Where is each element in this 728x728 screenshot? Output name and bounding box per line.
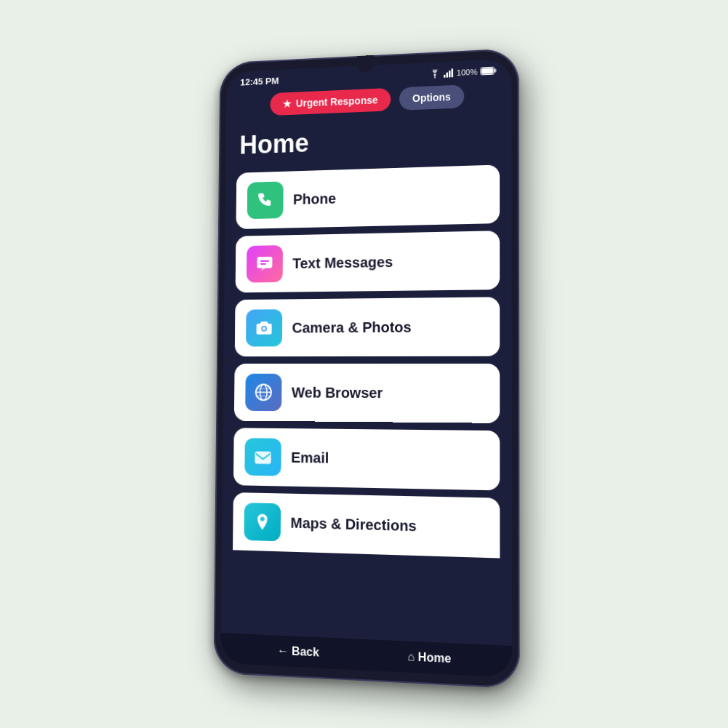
volume-up-button — [215, 199, 218, 241]
status-icons: 100% — [428, 65, 496, 77]
camera-label: Camera & Photos — [292, 319, 411, 336]
menu-item-maps[interactable]: Maps & Directions — [233, 492, 500, 558]
email-icon — [244, 438, 281, 476]
email-label: Email — [291, 449, 329, 466]
battery-text: 100% — [456, 67, 476, 76]
page-title: Home — [236, 121, 500, 160]
menu-item-phone[interactable]: Phone — [236, 164, 500, 229]
home-button[interactable]: ⌂ Home — [407, 649, 451, 665]
volume-silent-button — [215, 160, 218, 188]
star-icon: ★ — [282, 97, 292, 109]
back-button[interactable]: ← Back — [277, 644, 319, 659]
browser-label: Web Browser — [291, 384, 382, 401]
phone-scene: 12:45 PM 10 — [213, 48, 519, 689]
browser-icon — [245, 373, 281, 410]
svg-rect-2 — [446, 72, 448, 77]
camera-notch — [357, 55, 375, 73]
camera-icon — [246, 309, 282, 346]
phone-label: Phone — [292, 190, 335, 207]
urgent-response-button[interactable]: ★ Urgent Response — [270, 87, 391, 115]
maps-icon — [244, 503, 281, 541]
phone-icon — [247, 181, 283, 219]
power-button — [519, 179, 519, 223]
menu-list: Phone Text Messages — [233, 164, 500, 558]
back-label: ← Back — [277, 644, 319, 659]
menu-item-browser[interactable]: Web Browser — [233, 363, 499, 423]
battery-icon — [480, 66, 496, 75]
menu-item-sms[interactable]: Text Messages — [235, 231, 500, 292]
options-button[interactable]: Options — [399, 84, 464, 110]
svg-rect-8 — [257, 256, 272, 268]
urgent-response-label: Urgent Response — [295, 94, 377, 108]
svg-rect-6 — [481, 68, 493, 74]
svg-rect-1 — [443, 74, 445, 77]
signal-icon — [443, 68, 453, 77]
main-content: Home Phone — [220, 113, 512, 645]
phone-screen: 12:45 PM 10 — [220, 58, 512, 677]
svg-point-0 — [433, 76, 435, 77]
sms-label: Text Messages — [292, 253, 393, 271]
phone-shell: 12:45 PM 10 — [213, 48, 519, 689]
options-label: Options — [412, 91, 450, 104]
home-label: ⌂ Home — [407, 649, 451, 665]
wifi-icon — [428, 68, 440, 78]
status-time: 12:45 PM — [240, 75, 279, 87]
svg-rect-3 — [448, 70, 450, 77]
svg-rect-4 — [451, 68, 453, 76]
volume-down-button — [215, 247, 217, 289]
sms-icon — [246, 245, 282, 283]
menu-item-camera[interactable]: Camera & Photos — [234, 297, 499, 356]
menu-item-email[interactable]: Email — [233, 428, 499, 490]
maps-label: Maps & Directions — [290, 514, 416, 535]
svg-rect-18 — [255, 452, 270, 463]
